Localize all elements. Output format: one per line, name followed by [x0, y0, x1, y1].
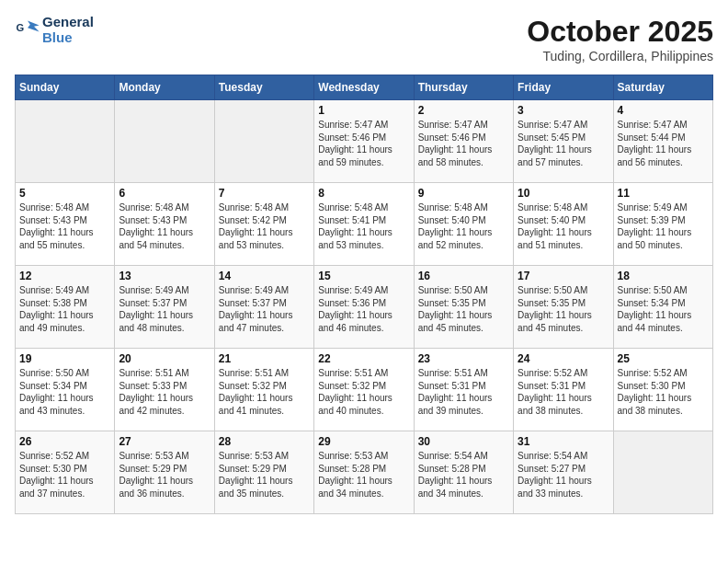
day-number: 1 — [318, 104, 409, 117]
calendar-cell: 24Sunrise: 5:52 AM Sunset: 5:31 PM Dayli… — [514, 349, 613, 431]
calendar-cell: 29Sunrise: 5:53 AM Sunset: 5:28 PM Dayli… — [314, 431, 414, 514]
calendar-cell: 5Sunrise: 5:48 AM Sunset: 5:43 PM Daylig… — [16, 183, 115, 266]
calendar-cell: 18Sunrise: 5:50 AM Sunset: 5:34 PM Dayli… — [613, 266, 712, 349]
day-info: Sunrise: 5:47 AM Sunset: 5:46 PM Dayligh… — [418, 119, 509, 168]
logo-line2: Blue — [42, 29, 73, 45]
calendar-cell: 6Sunrise: 5:48 AM Sunset: 5:43 PM Daylig… — [115, 183, 214, 266]
logo: G General Blue — [15, 15, 94, 45]
day-number: 5 — [19, 187, 110, 200]
day-number: 12 — [19, 270, 110, 282]
calendar-cell: 14Sunrise: 5:49 AM Sunset: 5:37 PM Dayli… — [214, 266, 313, 349]
day-info: Sunrise: 5:48 AM Sunset: 5:41 PM Dayligh… — [318, 201, 409, 251]
day-info: Sunrise: 5:54 AM Sunset: 5:27 PM Dayligh… — [518, 450, 609, 500]
calendar-cell: 28Sunrise: 5:53 AM Sunset: 5:29 PM Dayli… — [214, 431, 313, 514]
calendar-week-4: 19Sunrise: 5:50 AM Sunset: 5:34 PM Dayli… — [16, 349, 713, 431]
calendar-cell: 30Sunrise: 5:54 AM Sunset: 5:28 PM Dayli… — [414, 431, 513, 514]
calendar-cell: 10Sunrise: 5:48 AM Sunset: 5:40 PM Dayli… — [514, 183, 613, 266]
weekday-header-monday: Monday — [115, 75, 214, 100]
calendar-cell: 19Sunrise: 5:50 AM Sunset: 5:34 PM Dayli… — [16, 349, 115, 431]
svg-text:G: G — [16, 22, 24, 33]
calendar-cell: 25Sunrise: 5:52 AM Sunset: 5:30 PM Dayli… — [613, 349, 712, 431]
calendar-week-1: 1Sunrise: 5:47 AM Sunset: 5:46 PM Daylig… — [16, 100, 713, 183]
day-info: Sunrise: 5:50 AM Sunset: 5:34 PM Dayligh… — [618, 284, 709, 334]
day-info: Sunrise: 5:54 AM Sunset: 5:28 PM Dayligh… — [418, 450, 509, 500]
calendar-cell: 23Sunrise: 5:51 AM Sunset: 5:31 PM Dayli… — [414, 349, 513, 431]
day-info: Sunrise: 5:52 AM Sunset: 5:30 PM Dayligh… — [19, 450, 110, 500]
calendar-cell: 9Sunrise: 5:48 AM Sunset: 5:40 PM Daylig… — [414, 183, 513, 266]
logo-line1: General — [42, 14, 94, 29]
day-info: Sunrise: 5:48 AM Sunset: 5:40 PM Dayligh… — [418, 201, 509, 251]
calendar-body: 1Sunrise: 5:47 AM Sunset: 5:46 PM Daylig… — [16, 100, 713, 514]
day-number: 18 — [618, 270, 709, 282]
day-info: Sunrise: 5:51 AM Sunset: 5:32 PM Dayligh… — [219, 367, 310, 417]
day-info: Sunrise: 5:51 AM Sunset: 5:33 PM Dayligh… — [119, 367, 210, 417]
calendar-cell: 8Sunrise: 5:48 AM Sunset: 5:41 PM Daylig… — [314, 183, 414, 266]
calendar-cell — [214, 100, 313, 183]
calendar-week-5: 26Sunrise: 5:52 AM Sunset: 5:30 PM Dayli… — [16, 431, 713, 514]
day-number: 7 — [219, 187, 310, 200]
day-number: 2 — [418, 104, 509, 117]
logo-icon: G — [15, 17, 40, 43]
month-title: October 2025 — [527, 15, 713, 49]
calendar-week-2: 5Sunrise: 5:48 AM Sunset: 5:43 PM Daylig… — [16, 183, 713, 266]
calendar-cell: 1Sunrise: 5:47 AM Sunset: 5:46 PM Daylig… — [314, 100, 414, 183]
calendar-cell — [16, 100, 115, 183]
day-info: Sunrise: 5:50 AM Sunset: 5:34 PM Dayligh… — [19, 367, 110, 417]
calendar-header: SundayMondayTuesdayWednesdayThursdayFrid… — [16, 75, 713, 100]
day-info: Sunrise: 5:52 AM Sunset: 5:31 PM Dayligh… — [518, 367, 609, 417]
calendar-cell: 17Sunrise: 5:50 AM Sunset: 5:35 PM Dayli… — [514, 266, 613, 349]
day-info: Sunrise: 5:48 AM Sunset: 5:43 PM Dayligh… — [19, 201, 110, 251]
day-number: 23 — [418, 352, 509, 365]
calendar-cell: 21Sunrise: 5:51 AM Sunset: 5:32 PM Dayli… — [214, 349, 313, 431]
title-block: October 2025 Tuding, Cordillera, Philipp… — [527, 15, 713, 63]
day-info: Sunrise: 5:48 AM Sunset: 5:40 PM Dayligh… — [518, 201, 609, 251]
day-number: 24 — [518, 352, 609, 365]
calendar-cell — [613, 431, 712, 514]
day-info: Sunrise: 5:53 AM Sunset: 5:28 PM Dayligh… — [318, 450, 409, 500]
calendar-cell: 15Sunrise: 5:49 AM Sunset: 5:36 PM Dayli… — [314, 266, 414, 349]
day-number: 21 — [219, 352, 310, 365]
day-number: 10 — [518, 187, 609, 200]
day-number: 17 — [518, 270, 609, 282]
day-number: 19 — [19, 352, 110, 365]
weekday-header-friday: Friday — [514, 75, 613, 100]
day-info: Sunrise: 5:49 AM Sunset: 5:37 PM Dayligh… — [219, 284, 310, 334]
calendar-cell: 12Sunrise: 5:49 AM Sunset: 5:38 PM Dayli… — [16, 266, 115, 349]
weekday-header-sunday: Sunday — [16, 75, 115, 100]
day-info: Sunrise: 5:47 AM Sunset: 5:45 PM Dayligh… — [518, 119, 609, 168]
day-number: 29 — [318, 435, 409, 448]
day-info: Sunrise: 5:48 AM Sunset: 5:43 PM Dayligh… — [119, 201, 210, 251]
calendar-cell: 20Sunrise: 5:51 AM Sunset: 5:33 PM Dayli… — [115, 349, 214, 431]
calendar-cell: 13Sunrise: 5:49 AM Sunset: 5:37 PM Dayli… — [115, 266, 214, 349]
day-number: 9 — [418, 187, 509, 200]
day-info: Sunrise: 5:53 AM Sunset: 5:29 PM Dayligh… — [119, 450, 210, 500]
day-number: 16 — [418, 270, 509, 282]
day-info: Sunrise: 5:47 AM Sunset: 5:46 PM Dayligh… — [318, 119, 409, 168]
day-number: 22 — [318, 352, 409, 365]
day-number: 28 — [219, 435, 310, 448]
day-info: Sunrise: 5:52 AM Sunset: 5:30 PM Dayligh… — [618, 367, 709, 417]
day-number: 20 — [119, 352, 210, 365]
day-number: 14 — [219, 270, 310, 282]
weekday-header-thursday: Thursday — [414, 75, 513, 100]
day-number: 6 — [119, 187, 210, 200]
day-info: Sunrise: 5:53 AM Sunset: 5:29 PM Dayligh… — [219, 450, 310, 500]
location-subtitle: Tuding, Cordillera, Philippines — [527, 49, 713, 63]
day-number: 8 — [318, 187, 409, 200]
calendar-cell — [115, 100, 214, 183]
calendar-cell: 26Sunrise: 5:52 AM Sunset: 5:30 PM Dayli… — [16, 431, 115, 514]
day-number: 11 — [618, 187, 709, 200]
day-number: 30 — [418, 435, 509, 448]
calendar-table: SundayMondayTuesdayWednesdayThursdayFrid… — [15, 75, 713, 514]
calendar-cell: 2Sunrise: 5:47 AM Sunset: 5:46 PM Daylig… — [414, 100, 513, 183]
weekday-header-tuesday: Tuesday — [214, 75, 313, 100]
day-info: Sunrise: 5:51 AM Sunset: 5:31 PM Dayligh… — [418, 367, 509, 417]
day-number: 31 — [518, 435, 609, 448]
calendar-cell: 4Sunrise: 5:47 AM Sunset: 5:44 PM Daylig… — [613, 100, 712, 183]
day-info: Sunrise: 5:49 AM Sunset: 5:38 PM Dayligh… — [19, 284, 110, 334]
calendar-cell: 22Sunrise: 5:51 AM Sunset: 5:32 PM Dayli… — [314, 349, 414, 431]
weekday-header-saturday: Saturday — [613, 75, 712, 100]
day-number: 26 — [19, 435, 110, 448]
day-info: Sunrise: 5:50 AM Sunset: 5:35 PM Dayligh… — [518, 284, 609, 334]
weekday-header-row: SundayMondayTuesdayWednesdayThursdayFrid… — [16, 75, 713, 100]
